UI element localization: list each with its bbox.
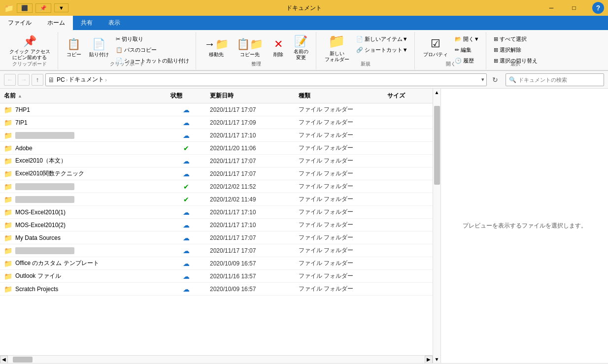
- titlebar-icon: 📁: [4, 3, 14, 13]
- forward-button[interactable]: →: [18, 74, 30, 86]
- pin-icon: 📌: [23, 35, 36, 48]
- horizontal-scrollbar[interactable]: ◀ ▶: [0, 355, 433, 363]
- cloud-icon: ☁: [183, 260, 190, 267]
- col-modified[interactable]: 更新日時: [206, 91, 295, 101]
- rename-label: 名前の変更: [294, 49, 308, 61]
- address-bar[interactable]: 🖥 PC › ドキュメント › ▾: [45, 73, 487, 86]
- copy-path-button[interactable]: 📋 パスのコピー: [113, 45, 192, 55]
- back-button[interactable]: ←: [4, 74, 16, 86]
- delete-label: 削除: [273, 52, 283, 58]
- table-row[interactable]: 📁 My Data Sources ☁ 2020/11/17 17:07 ファイ…: [0, 232, 433, 244]
- refresh-button[interactable]: ↻: [489, 73, 502, 86]
- new-folder-button[interactable]: 📁 新しいフォルダー: [321, 33, 353, 63]
- copy-path-label: パスのコピー: [124, 46, 157, 54]
- search-icon: 🔍: [509, 76, 516, 83]
- type-cell: ファイル フォルダー: [295, 144, 383, 152]
- copyto-button[interactable]: 📋📁 コピー先: [233, 33, 267, 63]
- rename-button[interactable]: 📝 名前の変更: [290, 33, 312, 63]
- tab-home[interactable]: ホーム: [39, 16, 73, 30]
- up-button[interactable]: ↑: [32, 74, 43, 86]
- cloud-icon: ☁: [183, 247, 190, 255]
- h-scroll-left[interactable]: ◀: [0, 356, 8, 364]
- col-status[interactable]: 状態: [167, 91, 206, 101]
- tab-share[interactable]: 共有: [73, 16, 101, 30]
- new-item-button[interactable]: 📄 新しいアイテム▼: [354, 34, 410, 44]
- check-icon: ✔: [183, 196, 189, 203]
- folder-icon: 📁: [328, 33, 345, 50]
- scroll-thumb[interactable]: [434, 106, 440, 185]
- file-name-cell: 📁 Excel2010（本文）: [0, 157, 167, 165]
- address-dropdown-icon[interactable]: ▾: [481, 76, 484, 83]
- cloud-icon: ☁: [183, 106, 190, 114]
- open-label: 開く▼: [463, 35, 479, 43]
- cut-button[interactable]: ✂ 切り取り: [113, 34, 192, 44]
- minimize-button[interactable]: ─: [540, 0, 563, 16]
- h-scroll-thumb[interactable]: [13, 357, 33, 363]
- table-row[interactable]: 📁 7HP1 ☁ 2020/11/17 17:07 ファイル フォルダー: [0, 103, 433, 116]
- ribbon: ファイル ホーム 共有 表示 ? 📌 クイック アクセスにピン留めする クリップ…: [0, 16, 608, 71]
- search-input[interactable]: [518, 77, 601, 83]
- paste-button[interactable]: 📄 貼り付け: [86, 33, 112, 63]
- vertical-scrollbar[interactable]: ▲ ▼: [433, 89, 440, 363]
- table-row[interactable]: 📁 MOS-Excel2010(1) ☁ 2020/11/17 17:10 ファ…: [0, 206, 433, 219]
- col-size[interactable]: サイズ: [383, 91, 433, 101]
- table-row[interactable]: 📁 7IP1 ☁ 2020/11/17 17:09 ファイル フォルダー: [0, 116, 433, 129]
- col-type[interactable]: 種類: [295, 91, 383, 101]
- open-button[interactable]: 📂 開く▼: [452, 34, 482, 44]
- file-name-cell: 📁 Excel2010関数テクニック: [0, 169, 167, 178]
- table-row[interactable]: 📁 Excel2010関数テクニック ☁ 2020/11/17 17:07 ファ…: [0, 167, 433, 180]
- date-cell: 2020/11/17 17:07: [206, 234, 295, 241]
- file-name-cell: 📁 Scratch Projects: [0, 285, 167, 293]
- table-row[interactable]: 📁 ████████████ ☁ 2020/11/17 17:07 ファイル フ…: [0, 244, 433, 257]
- folder-icon: 📁: [4, 196, 12, 203]
- address-documents[interactable]: ドキュメント: [68, 75, 104, 84]
- status-cell: ☁: [167, 260, 206, 267]
- table-row[interactable]: 📁 ████████████ ☁ 2020/11/17 17:10 ファイル フ…: [0, 129, 433, 142]
- cloud-icon: ☁: [183, 157, 190, 165]
- col-name[interactable]: 名前 ▲: [0, 91, 167, 101]
- tab-view[interactable]: 表示: [101, 16, 128, 30]
- help-button[interactable]: ?: [592, 2, 604, 14]
- table-row[interactable]: 📁 Office のカスタム テンプレート ☁ 2020/10/09 16:57…: [0, 257, 433, 270]
- moveto-button[interactable]: →📁 移動先: [201, 33, 232, 63]
- delete-button[interactable]: ✕ 削除: [268, 33, 289, 63]
- table-row[interactable]: 📁 Outlook ファイル ☁ 2020/11/16 13:57 ファイル フ…: [0, 270, 433, 283]
- select-all-icon: ⊞: [494, 36, 498, 42]
- address-folder-icon: 🖥: [48, 76, 55, 84]
- h-scroll-right[interactable]: ▶: [425, 356, 433, 364]
- edit-button[interactable]: ✏ 編集: [452, 45, 482, 55]
- table-row[interactable]: 📁 ████████████ ✔ 2020/12/02 11:49 ファイル フ…: [0, 193, 433, 206]
- table-row[interactable]: 📁 Excel2010（本文） ☁ 2020/11/17 17:07 ファイル …: [0, 155, 433, 167]
- tab-file[interactable]: ファイル: [0, 16, 39, 30]
- folder-icon: 📁: [4, 157, 12, 165]
- table-row[interactable]: 📁 Adobe ✔ 2020/11/20 11:06 ファイル フォルダー: [0, 142, 433, 155]
- deselect-button[interactable]: ⊞ 選択解除: [491, 45, 540, 55]
- folder-icon: 📁: [4, 119, 12, 127]
- table-row[interactable]: 📁 ████████████ ✔ 2020/12/02 11:52 ファイル フ…: [0, 180, 433, 193]
- titlebar-tab2[interactable]: 📌: [35, 3, 51, 13]
- sep1: ›: [66, 77, 68, 83]
- select-all-button[interactable]: ⊞ すべて選択: [491, 34, 540, 44]
- pin-quickaccess-button[interactable]: 📌 クイック アクセスにピン留めする: [6, 33, 54, 63]
- column-headers: 名前 ▲ 状態 更新日時 種類 サイズ: [0, 89, 433, 103]
- file-name-cell: 📁 MOS-Excel2010(2): [0, 221, 167, 229]
- table-row[interactable]: 📁 Scratch Projects ☁ 2020/10/09 16:57 ファ…: [0, 283, 433, 296]
- deselect-icon: ⊞: [494, 47, 498, 53]
- address-pc[interactable]: PC: [57, 76, 65, 83]
- maximize-button[interactable]: □: [563, 0, 585, 16]
- table-row[interactable]: 📁 MOS-Excel2010(2) ☁ 2020/11/17 17:10 ファ…: [0, 219, 433, 232]
- clipboard-group-label: クリップボード: [59, 61, 196, 67]
- new-item-icon: 📄: [356, 36, 363, 42]
- file-name-text: Excel2010関数テクニック: [15, 169, 84, 178]
- shortcut-button[interactable]: 🔗 ショートカット▼: [354, 45, 410, 55]
- titlebar-tab3[interactable]: ▼: [54, 3, 68, 12]
- properties-button[interactable]: ☑ プロパティ: [420, 33, 451, 63]
- status-cell: ☁: [167, 208, 206, 216]
- type-cell: ファイル フォルダー: [295, 182, 383, 191]
- file-name-cell: 📁 My Data Sources: [0, 234, 167, 242]
- type-cell: ファイル フォルダー: [295, 208, 383, 216]
- copy-button[interactable]: 📋 コピー: [63, 33, 85, 63]
- search-bar[interactable]: 🔍: [506, 73, 604, 86]
- titlebar-tab1[interactable]: ⬛: [17, 3, 33, 13]
- paste-icon: 📄: [92, 38, 105, 51]
